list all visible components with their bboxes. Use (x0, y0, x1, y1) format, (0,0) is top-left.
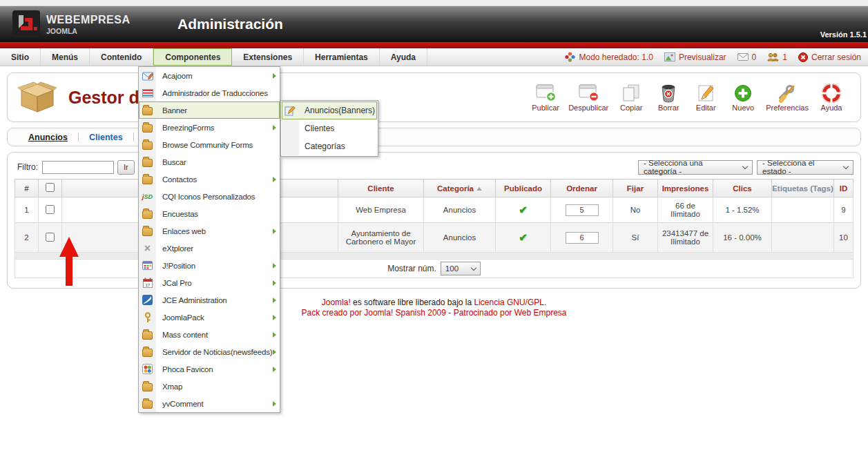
menu-item-browse-community-forms[interactable]: Browse Community Forms (139, 136, 280, 153)
webempresa-logo: WEBEMPRESA JOOMLA (12, 10, 130, 38)
logout-link[interactable]: Cerrar sesión (798, 52, 861, 62)
legacy-mode-status[interactable]: Modo heredado: 1.0 (565, 52, 653, 62)
folder-icon (139, 122, 156, 133)
menu-item-breezingforms[interactable]: BreezingForms (139, 119, 280, 136)
banner-submenu: Anuncios(Banners) Clientes Categorías (280, 100, 378, 157)
menubar-item-extensiones[interactable]: Extensiones (232, 48, 304, 66)
menu-item-jce-administration[interactable]: JCE Administration (139, 291, 280, 309)
copy-icon (619, 84, 643, 103)
joomla-legacy-icon (565, 52, 575, 62)
page-footer: Joomla! es software libre liberado bajo … (0, 298, 868, 318)
submenu-arrow-icon (273, 73, 276, 79)
col-impressions[interactable]: Impresiones (658, 179, 713, 197)
publish-button[interactable]: Publicar (529, 84, 562, 112)
copy-button[interactable]: Copiar (615, 84, 648, 112)
menu-item-jcal-pro[interactable]: 17 JCal Pro (139, 274, 280, 291)
help-button[interactable]: Ayuda (815, 84, 848, 112)
folder-icon (139, 139, 156, 150)
published-check-icon[interactable]: ✔ (519, 231, 528, 243)
menu-item-banner[interactable]: Banner (139, 101, 280, 119)
col-checkbox (39, 179, 62, 197)
menubar-item-contenido[interactable]: Contenido (90, 48, 153, 66)
menu-item-encuestas[interactable]: Encuestas (139, 205, 280, 222)
submenu-item-anuncios-banners[interactable]: Anuncios(Banners) (282, 101, 377, 119)
folder-icon (139, 347, 156, 357)
brand-name: WEBEMPRESA (46, 14, 130, 26)
menu-item-xmap[interactable]: Xmap (139, 378, 280, 395)
order-input[interactable] (566, 232, 599, 244)
unpublish-button[interactable]: Despublicar (566, 84, 610, 112)
col-tags: Etiquetas (Tags) (772, 179, 834, 197)
menu-item-extplorer[interactable]: × eXtplorer (139, 240, 280, 257)
col-category[interactable]: Categoría (424, 179, 496, 197)
sort-asc-icon (476, 187, 482, 191)
menubar-item-ayuda[interactable]: Ayuda (380, 48, 427, 66)
menu-item-yvcomment[interactable]: yvComment (139, 395, 280, 412)
menubar-item-menus[interactable]: Menús (41, 48, 90, 66)
col-published[interactable]: Publicado (496, 179, 551, 197)
id-cell: 9 (834, 197, 853, 223)
submenu-item-categorias[interactable]: Categorías (282, 137, 377, 155)
title-panel: Gestor de Banners Publicar Despublicar C… (7, 72, 861, 122)
chevron-down-icon (843, 163, 849, 168)
filter-go-button[interactable]: Ir (117, 160, 135, 175)
jposition-icon (139, 261, 156, 270)
published-check-icon[interactable]: ✔ (519, 204, 528, 215)
menu-item-buscar[interactable]: Buscar (139, 153, 280, 171)
submenu-arrow-icon (273, 349, 276, 355)
top-menubar: Sitio Menús Contenido Componentes Extens… (0, 48, 868, 66)
filter-input[interactable] (42, 161, 114, 174)
menu-item-jposition[interactable]: J!Position (139, 257, 280, 274)
mail-icon (737, 53, 749, 61)
annotation-arrow (58, 235, 81, 287)
messages-indicator[interactable]: 0 (737, 52, 757, 62)
menu-item-traducciones[interactable]: Administrador de Traducciones (139, 84, 280, 101)
menu-item-mass-content[interactable]: Mass content (139, 326, 280, 343)
display-count-select[interactable]: 100 (441, 262, 481, 275)
menu-item-newsfeeds[interactable]: Servidor de Noticias(newsfeeds) (139, 343, 280, 360)
delete-button[interactable]: Borrar (652, 84, 685, 112)
menu-item-contactos[interactable]: Contactos (139, 171, 280, 188)
submenu-arrow-icon (273, 280, 276, 286)
menu-item-acajoom[interactable]: Acajoom (139, 67, 280, 84)
col-order[interactable]: Ordenar (551, 179, 613, 197)
col-sticky[interactable]: Fijar (613, 179, 658, 197)
preferences-button[interactable]: Preferencias (764, 84, 811, 112)
menubar-item-sitio[interactable]: Sitio (0, 48, 41, 66)
menu-item-phoca-favicon[interactable]: Phoca Favicon (139, 360, 280, 378)
translations-icon (139, 89, 156, 97)
category-select[interactable]: - Selecciona una categoría - (638, 160, 753, 175)
menu-item-joomlapack[interactable]: JoomlaPack (139, 309, 280, 326)
col-client[interactable]: Cliente (338, 179, 424, 197)
joomla-admin-screen: WEBEMPRESA JOOMLA Administración Versión… (0, 0, 868, 466)
tab-clientes[interactable]: Clientes (89, 133, 123, 142)
filter-label: Filtro: (17, 162, 38, 172)
logged-in-users-indicator[interactable]: 1 (767, 52, 787, 62)
row-checkbox[interactable] (46, 233, 55, 242)
preview-link[interactable]: Previsualizar (664, 52, 726, 62)
gnu-gpl-link[interactable]: Licencia GNU/GPL. (474, 298, 547, 307)
impressions-cell: 66 de Ilimitado (658, 197, 713, 223)
submenu-item-clientes[interactable]: Clientes (282, 119, 377, 137)
menu-item-enlaces-web[interactable]: Enlaces web (139, 222, 280, 240)
preview-icon (664, 52, 675, 61)
col-clicks[interactable]: Clics (713, 179, 772, 197)
menubar-item-componentes[interactable]: Componentes (153, 48, 232, 66)
joomlapack-icon (139, 312, 156, 323)
delete-icon (657, 84, 680, 103)
order-input[interactable] (566, 204, 599, 216)
row-checkbox[interactable] (46, 205, 55, 214)
menu-item-cqi-iconos[interactable]: jSD CQI Iconos Personalizados (139, 188, 280, 205)
state-select[interactable]: - Selecciona el estado - (757, 160, 853, 175)
menubar-item-herramientas[interactable]: Herramientas (304, 48, 380, 66)
submenu-arrow-icon (273, 332, 276, 338)
browser-strip (0, 0, 868, 6)
select-all-checkbox[interactable] (46, 183, 55, 192)
joomla-link[interactable]: Joomla! (322, 298, 351, 307)
submenu-arrow-icon (273, 401, 276, 407)
edit-button[interactable]: Editar (689, 84, 722, 112)
new-button[interactable]: Nuevo (726, 84, 760, 112)
help-icon (820, 84, 843, 103)
tab-anuncios[interactable]: Anuncios (28, 133, 68, 142)
page-header-title: Administración (177, 16, 283, 32)
